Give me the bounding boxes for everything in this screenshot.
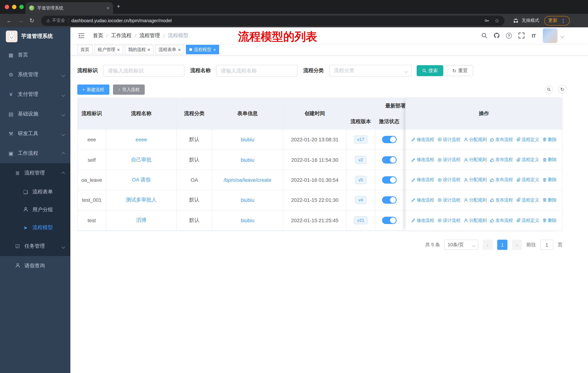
design-process-link[interactable]: 设计流程 (437, 197, 460, 203)
process-name-link[interactable]: 滔博 (136, 217, 146, 224)
tag-home[interactable]: 首页 (77, 45, 93, 54)
tag-my-process[interactable]: 我的流程 × (125, 45, 153, 54)
bookmark-star-icon[interactable]: ☆ (494, 17, 499, 24)
form-info-link[interactable]: biubiu (241, 197, 254, 203)
process-name-link[interactable]: 测试多审批人 (126, 197, 157, 203)
tag-tenant[interactable]: 租户管理 × (94, 45, 123, 54)
active-toggle[interactable] (382, 136, 396, 143)
close-icon[interactable]: × (178, 47, 181, 52)
back-icon[interactable]: ← (4, 16, 14, 26)
assign-rule-link[interactable]: 分配规则 (464, 217, 487, 224)
process-definition-link[interactable]: 流程定义 (516, 136, 539, 143)
maximize-window-button[interactable] (19, 5, 24, 9)
form-info-link[interactable]: biubiu (241, 157, 254, 163)
process-definition-link[interactable]: 流程定义 (516, 177, 539, 183)
sidebar-item-leave-query[interactable]: 请假查询 (0, 256, 70, 276)
edit-process-link[interactable]: 修改流程 (411, 136, 434, 143)
toggle-search-button[interactable] (545, 85, 553, 94)
help-icon[interactable]: ? (506, 32, 512, 39)
active-toggle[interactable] (382, 156, 396, 163)
sidebar-item-task-management[interactable]: ☑ 任务管理 (0, 236, 70, 256)
tag-process-form[interactable]: 流程表单 × (155, 45, 184, 54)
breadcrumb-home[interactable]: 首页 (93, 32, 103, 39)
sidebar-item-home[interactable]: ▦ 首页 (0, 45, 70, 65)
design-process-link[interactable]: 设计流程 (437, 136, 460, 143)
sidebar-item-devtools[interactable]: ⚒ 研发工具 (0, 124, 70, 143)
menu-dots-icon[interactable]: ⋮ (561, 18, 566, 23)
sidebar-item-workflow[interactable]: ▣ 工作流程 (0, 143, 70, 163)
assign-rule-link[interactable]: 分配规则 (464, 177, 487, 183)
publish-process-link[interactable]: 发布流程 (490, 217, 513, 224)
edit-process-link[interactable]: 修改流程 (411, 177, 434, 183)
sidebar-item-user-group[interactable]: 用户分组 (0, 201, 70, 219)
publish-process-link[interactable]: 发布流程 (490, 197, 513, 203)
search-icon[interactable] (481, 32, 487, 39)
key-icon[interactable] (484, 18, 489, 23)
font-size-icon[interactable]: tT (530, 32, 537, 39)
assign-rule-link[interactable]: 分配规则 (464, 197, 487, 203)
design-process-link[interactable]: 设计流程 (437, 177, 460, 183)
process-definition-link[interactable]: 流程定义 (516, 197, 539, 203)
edit-process-link[interactable]: 修改流程 (411, 197, 434, 203)
design-process-link[interactable]: 设计流程 (437, 157, 460, 163)
form-info-link[interactable]: /bpm/oa/leave/create (224, 177, 271, 183)
github-icon[interactable] (493, 32, 500, 39)
sidebar-item-infrastructure[interactable]: ▤ 基础设施 (0, 104, 70, 124)
breadcrumb-workflow[interactable]: 工作流程 (111, 32, 132, 39)
process-id-input[interactable] (103, 65, 184, 77)
close-icon[interactable]: × (213, 47, 216, 52)
close-window-button[interactable] (5, 5, 9, 9)
form-info-link[interactable]: biubiu (241, 137, 254, 142)
process-definition-link[interactable]: 流程定义 (516, 157, 539, 163)
tag-process-model[interactable]: 流程模型 × (186, 45, 219, 54)
import-process-button[interactable]: ↑ 导入流程 (113, 84, 145, 95)
assign-rule-link[interactable]: 分配规则 (464, 157, 487, 163)
fullscreen-icon[interactable] (518, 32, 525, 39)
goto-page-input[interactable] (540, 240, 553, 250)
sidebar-item-process-model[interactable]: ➤ 流程模型 (0, 219, 70, 236)
process-definition-link[interactable]: 流程定义 (516, 217, 539, 224)
process-name-link[interactable]: 自己审批 (131, 156, 151, 163)
browser-tab[interactable]: 芋道管理系统 × (26, 2, 113, 14)
sidebar-item-process-form[interactable]: ❏ 流程表单 (0, 183, 70, 201)
active-toggle[interactable] (382, 197, 396, 204)
breadcrumb-process-management[interactable]: 流程管理 (140, 32, 160, 39)
delete-process-link[interactable]: 删除 (542, 136, 557, 143)
search-button[interactable]: 搜索 (417, 65, 443, 76)
page-size-select[interactable]: 10条/页 (444, 240, 478, 250)
reset-button[interactable]: ↻ 重置 (447, 65, 473, 76)
publish-process-link[interactable]: 发布流程 (490, 177, 513, 183)
create-process-button[interactable]: + 新建流程 (77, 84, 109, 95)
delete-process-link[interactable]: 删除 (542, 157, 557, 163)
tab-close-icon[interactable]: × (106, 5, 109, 11)
delete-process-link[interactable]: 删除 (542, 197, 557, 203)
assign-rule-link[interactable]: 分配规则 (464, 136, 487, 143)
address-bar[interactable]: ⚠ 不安全 dashboard.yudao.iocoder.cn/bpm/man… (41, 15, 504, 26)
new-tab-button[interactable]: + (117, 3, 120, 10)
publish-process-link[interactable]: 发布流程 (490, 157, 513, 163)
sidebar-item-payment[interactable]: ¥ 支付管理 (0, 84, 70, 104)
update-chip[interactable]: 更新 ⋮ (544, 16, 570, 25)
next-page-button[interactable]: › (512, 240, 522, 250)
edit-process-link[interactable]: 修改流程 (411, 217, 434, 224)
prev-page-button[interactable]: ‹ (483, 240, 493, 250)
close-icon[interactable]: × (147, 47, 150, 52)
form-info-link[interactable]: biubiu (241, 217, 254, 223)
delete-process-link[interactable]: 删除 (542, 177, 557, 183)
reload-icon[interactable]: ↻ (27, 16, 37, 26)
active-toggle[interactable] (382, 217, 396, 224)
refresh-table-button[interactable]: ↻ (558, 85, 567, 94)
process-name-link[interactable]: eeee (136, 137, 147, 142)
minimize-window-button[interactable] (12, 5, 16, 9)
publish-process-link[interactable]: 发布流程 (490, 136, 513, 143)
edit-process-link[interactable]: 修改流程 (411, 157, 434, 163)
process-category-select[interactable]: 流程分类 (329, 65, 411, 77)
forward-icon[interactable]: → (16, 16, 26, 26)
design-process-link[interactable]: 设计流程 (437, 217, 460, 224)
collapse-sidebar-icon[interactable] (78, 33, 85, 39)
active-toggle[interactable] (382, 176, 396, 184)
sidebar-item-process-management[interactable]: ≣ 流程管理 (0, 163, 70, 183)
process-name-link[interactable]: OA 请假 (132, 177, 151, 183)
close-icon[interactable]: × (117, 47, 120, 52)
process-name-input[interactable] (216, 65, 297, 77)
